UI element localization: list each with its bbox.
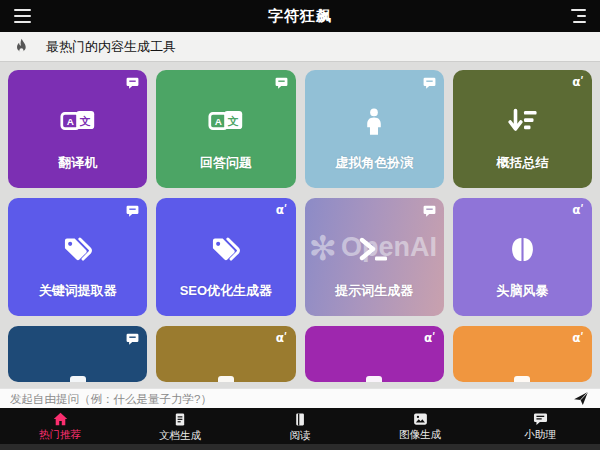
tab-label: 热门推荐 — [39, 428, 81, 442]
book-icon — [293, 412, 307, 427]
tool-card-partial[interactable]: αʹ — [453, 326, 592, 382]
tab-label: 图像生成 — [399, 428, 441, 442]
image-icon — [413, 412, 428, 426]
clipped-card-icon — [218, 376, 234, 382]
chat-badge-icon — [126, 205, 139, 217]
clipped-card-icon — [70, 376, 86, 382]
alpha-badge-icon: αʹ — [572, 205, 584, 215]
tool-card-partial[interactable]: αʹ — [156, 326, 295, 382]
tool-card-grid: A文翻译机A文回答问题虚拟角色扮演αʹ概括总结关键词提取器αʹSEO优化生成器✻… — [0, 62, 600, 390]
sort-down-icon — [453, 108, 592, 135]
tool-card-头脑风暴[interactable]: αʹ头脑风暴 — [453, 198, 592, 316]
alpha-badge-icon: αʹ — [572, 333, 584, 343]
chat-badge-icon — [126, 333, 139, 345]
system-nav-strip — [0, 444, 600, 450]
alpha-badge-icon: αʹ — [572, 77, 584, 87]
svg-text:A: A — [66, 116, 73, 127]
card-label: SEO优化生成器 — [180, 282, 272, 300]
section-header: 最热门的内容生成工具 — [0, 32, 600, 62]
tab-label: 阅读 — [290, 429, 311, 443]
app-title: 字符狂飙 — [0, 7, 600, 26]
alpha-badge-icon: αʹ — [276, 205, 288, 215]
terminal-icon — [305, 236, 444, 263]
alpha-badge-icon: αʹ — [276, 333, 288, 343]
tool-card-概括总结[interactable]: αʹ概括总结 — [453, 70, 592, 188]
tab-图像生成[interactable]: 图像生成 — [360, 408, 480, 444]
card-label: 概括总结 — [496, 154, 548, 172]
card-label: 翻译机 — [58, 154, 97, 172]
home-icon — [53, 412, 68, 426]
section-title: 最热门的内容生成工具 — [46, 38, 176, 56]
tool-card-虚拟角色扮演[interactable]: 虚拟角色扮演 — [305, 70, 444, 188]
alpha-badge-icon: αʹ — [424, 333, 436, 343]
tool-card-SEO优化生成器[interactable]: αʹSEO优化生成器 — [156, 198, 295, 316]
tab-label: 文档生成 — [159, 429, 201, 443]
svg-text:文: 文 — [79, 115, 90, 127]
clipped-card-icon — [514, 376, 530, 382]
tags-icon — [156, 236, 295, 264]
send-icon[interactable] — [572, 391, 590, 407]
tool-card-关键词提取器[interactable]: 关键词提取器 — [8, 198, 147, 316]
top-app-bar: 字符狂飙 — [0, 0, 600, 32]
tab-热门推荐[interactable]: 热门推荐 — [0, 408, 120, 444]
chat-badge-icon — [275, 77, 288, 89]
tool-card-partial[interactable] — [8, 326, 147, 382]
tab-阅读[interactable]: 阅读 — [240, 408, 360, 444]
bottom-tab-bar: 热门推荐文档生成阅读图像生成小助理 — [0, 408, 600, 444]
tags-icon — [8, 236, 147, 264]
tool-card-回答问题[interactable]: A文回答问题 — [156, 70, 295, 188]
card-label: 提示词生成器 — [335, 282, 413, 300]
translate-icon: A文 — [156, 108, 295, 134]
free-question-input[interactable] — [10, 393, 572, 405]
tab-小助理[interactable]: 小助理 — [480, 408, 600, 444]
assistant-chat-icon — [533, 412, 548, 426]
fire-icon — [14, 38, 29, 56]
card-label: 虚拟角色扮演 — [335, 154, 413, 172]
chat-badge-icon — [126, 77, 139, 89]
card-label: 关键词提取器 — [39, 282, 117, 300]
person-icon — [305, 108, 444, 136]
card-label: 回答问题 — [200, 154, 252, 172]
svg-text:A: A — [215, 116, 222, 127]
card-label: 头脑风暴 — [496, 282, 548, 300]
chat-badge-icon — [423, 205, 436, 217]
brain-icon — [453, 236, 592, 263]
sort-lines-icon[interactable] — [568, 9, 586, 23]
tool-card-翻译机[interactable]: A文翻译机 — [8, 70, 147, 188]
svg-text:文: 文 — [228, 115, 239, 127]
tool-card-提示词生成器[interactable]: ✻OpenAI提示词生成器 — [305, 198, 444, 316]
tool-card-partial[interactable]: αʹ — [305, 326, 444, 382]
tab-文档生成[interactable]: 文档生成 — [120, 408, 240, 444]
menu-icon[interactable] — [14, 9, 32, 23]
tab-label: 小助理 — [524, 428, 556, 442]
chat-badge-icon — [423, 77, 436, 89]
translate-icon: A文 — [8, 108, 147, 134]
clipped-card-icon — [366, 376, 382, 382]
document-icon — [173, 412, 187, 427]
question-composer — [0, 388, 600, 408]
